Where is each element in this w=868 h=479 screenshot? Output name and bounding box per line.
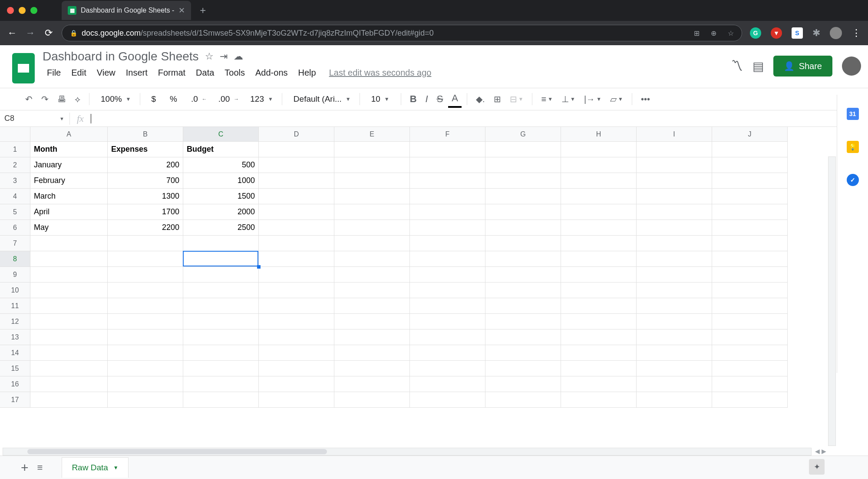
cell-J3[interactable] bbox=[712, 173, 788, 189]
select-all-corner[interactable] bbox=[0, 127, 30, 142]
cell-F5[interactable] bbox=[410, 204, 485, 220]
row-header-8[interactable]: 8 bbox=[0, 251, 30, 267]
forward-button[interactable]: → bbox=[25, 27, 36, 39]
cell-J4[interactable] bbox=[712, 189, 788, 204]
sheet-tab-active[interactable]: Raw Data ▼ bbox=[62, 457, 128, 478]
menu-help[interactable]: Help bbox=[294, 66, 320, 80]
vertical-align-button[interactable]: ⊥▼ bbox=[558, 92, 579, 106]
row-header-6[interactable]: 6 bbox=[0, 220, 30, 236]
cell-D16[interactable] bbox=[259, 376, 334, 392]
all-sheets-button[interactable]: ≡ bbox=[37, 462, 43, 473]
cell-G14[interactable] bbox=[485, 345, 561, 361]
cell-E2[interactable] bbox=[334, 157, 410, 173]
cell-F17[interactable] bbox=[410, 392, 485, 408]
calendar-icon[interactable]: 31 bbox=[847, 108, 859, 120]
cell-G16[interactable] bbox=[485, 376, 561, 392]
cell-G17[interactable] bbox=[485, 392, 561, 408]
cell-H5[interactable] bbox=[561, 204, 637, 220]
cell-G3[interactable] bbox=[485, 173, 561, 189]
close-window-button[interactable] bbox=[7, 7, 14, 14]
cell-J11[interactable] bbox=[712, 298, 788, 314]
cell-H1[interactable] bbox=[561, 142, 637, 157]
move-icon[interactable]: ⇥ bbox=[220, 51, 228, 62]
row-header-1[interactable]: 1 bbox=[0, 142, 30, 157]
sheet-tab-dropdown-icon[interactable]: ▼ bbox=[113, 465, 119, 471]
italic-button[interactable]: I bbox=[422, 91, 432, 107]
text-wrap-button[interactable]: |→▼ bbox=[581, 92, 605, 106]
cell-C6[interactable]: 2500 bbox=[183, 220, 259, 236]
cell-J8[interactable] bbox=[712, 251, 788, 267]
extensions-puzzle-icon[interactable]: ✱ bbox=[812, 27, 820, 39]
cell-A15[interactable] bbox=[30, 361, 108, 376]
cell-A17[interactable] bbox=[30, 392, 108, 408]
extension-icon-red[interactable]: ▼ bbox=[771, 27, 782, 39]
cell-F11[interactable] bbox=[410, 298, 485, 314]
cell-I1[interactable] bbox=[637, 142, 712, 157]
cell-D13[interactable] bbox=[259, 329, 334, 345]
cell-B3[interactable]: 700 bbox=[108, 173, 183, 189]
cell-B7[interactable] bbox=[108, 236, 183, 251]
merge-cells-button[interactable]: ⊟▼ bbox=[506, 92, 527, 106]
currency-button[interactable]: $ bbox=[145, 92, 162, 106]
horizontal-scrollbar[interactable] bbox=[3, 448, 812, 456]
comments-icon[interactable]: ▤ bbox=[752, 59, 764, 73]
cell-J9[interactable] bbox=[712, 267, 788, 283]
cell-A9[interactable] bbox=[30, 267, 108, 283]
name-box[interactable]: C8 ▼ bbox=[0, 114, 69, 123]
cell-B9[interactable] bbox=[108, 267, 183, 283]
menu-format[interactable]: Format bbox=[154, 66, 190, 80]
redo-button[interactable]: ↷ bbox=[38, 92, 52, 106]
bold-button[interactable]: B bbox=[406, 91, 420, 107]
cell-G4[interactable] bbox=[485, 189, 561, 204]
cell-J2[interactable] bbox=[712, 157, 788, 173]
cell-C13[interactable] bbox=[183, 329, 259, 345]
fill-color-button[interactable]: ◆. bbox=[472, 92, 488, 106]
cell-J1[interactable] bbox=[712, 142, 788, 157]
formula-input[interactable] bbox=[91, 114, 868, 123]
cell-A7[interactable] bbox=[30, 236, 108, 251]
cell-I6[interactable] bbox=[637, 220, 712, 236]
back-button[interactable]: ← bbox=[7, 27, 17, 39]
cell-F12[interactable] bbox=[410, 314, 485, 329]
cell-E14[interactable] bbox=[334, 345, 410, 361]
cell-C4[interactable]: 1500 bbox=[183, 189, 259, 204]
cell-J12[interactable] bbox=[712, 314, 788, 329]
document-title[interactable]: Dashboard in Google Sheets bbox=[43, 50, 199, 63]
column-header-B[interactable]: B bbox=[108, 127, 183, 142]
cell-D10[interactable] bbox=[259, 283, 334, 298]
percent-button[interactable]: % bbox=[164, 92, 183, 106]
cell-D2[interactable] bbox=[259, 157, 334, 173]
cell-F4[interactable] bbox=[410, 189, 485, 204]
cell-F10[interactable] bbox=[410, 283, 485, 298]
cloud-status-icon[interactable]: ☁ bbox=[234, 51, 243, 62]
cell-E6[interactable] bbox=[334, 220, 410, 236]
cell-F13[interactable] bbox=[410, 329, 485, 345]
menu-view[interactable]: View bbox=[92, 66, 120, 80]
cell-C9[interactable] bbox=[183, 267, 259, 283]
cell-H9[interactable] bbox=[561, 267, 637, 283]
cell-J17[interactable] bbox=[712, 392, 788, 408]
cell-I16[interactable] bbox=[637, 376, 712, 392]
cell-E1[interactable] bbox=[334, 142, 410, 157]
row-header-5[interactable]: 5 bbox=[0, 204, 30, 220]
cell-E12[interactable] bbox=[334, 314, 410, 329]
fill-handle[interactable] bbox=[257, 265, 261, 269]
cell-J16[interactable] bbox=[712, 376, 788, 392]
menu-data[interactable]: Data bbox=[191, 66, 218, 80]
column-header-A[interactable]: A bbox=[30, 127, 108, 142]
cell-F9[interactable] bbox=[410, 267, 485, 283]
cell-E16[interactable] bbox=[334, 376, 410, 392]
cell-B13[interactable] bbox=[108, 329, 183, 345]
cell-E8[interactable] bbox=[334, 251, 410, 267]
cell-F16[interactable] bbox=[410, 376, 485, 392]
cell-D5[interactable] bbox=[259, 204, 334, 220]
cell-D8[interactable] bbox=[259, 251, 334, 267]
cell-A2[interactable]: January bbox=[30, 157, 108, 173]
cell-H3[interactable] bbox=[561, 173, 637, 189]
profile-avatar[interactable] bbox=[830, 27, 842, 39]
cell-G8[interactable] bbox=[485, 251, 561, 267]
cell-H13[interactable] bbox=[561, 329, 637, 345]
cell-H12[interactable] bbox=[561, 314, 637, 329]
cell-G1[interactable] bbox=[485, 142, 561, 157]
cell-C11[interactable] bbox=[183, 298, 259, 314]
